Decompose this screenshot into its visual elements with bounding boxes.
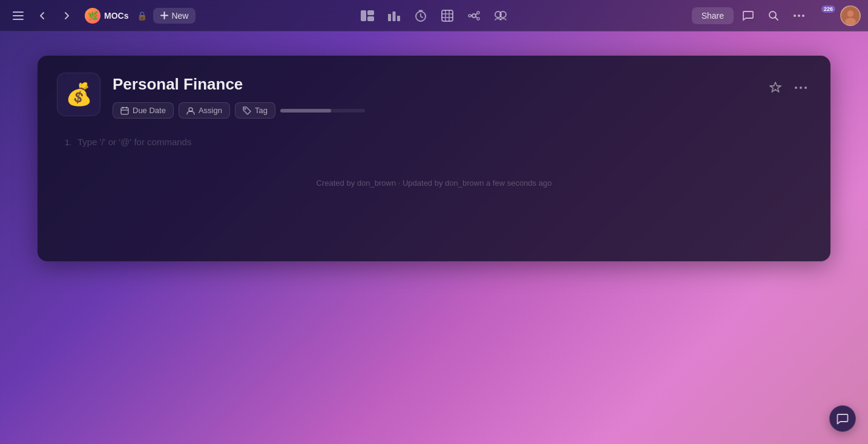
editor-placeholder: Type '/' or '@' for commands xyxy=(77,137,191,147)
navbar: 🌿 MOCs 🔒 New xyxy=(0,0,868,31)
workspace-emoji: 🌿 xyxy=(88,11,98,21)
svg-point-21 xyxy=(794,15,796,17)
svg-line-16 xyxy=(476,13,477,15)
svg-point-14 xyxy=(477,18,479,20)
layout-tool-button[interactable] xyxy=(356,4,379,27)
doc-footer-text: Created by don_brown · Updated by don_br… xyxy=(317,178,552,188)
svg-point-25 xyxy=(847,10,854,17)
svg-point-13 xyxy=(477,11,479,14)
svg-rect-6 xyxy=(388,14,391,21)
notification-badge: 226 xyxy=(821,5,835,13)
doc-header-right xyxy=(765,73,811,98)
svg-rect-10 xyxy=(442,10,453,21)
workspace-selector[interactable]: 🌿 MOCs xyxy=(80,5,133,26)
svg-rect-8 xyxy=(397,16,400,21)
lock-icon: 🔒 xyxy=(137,11,147,21)
svg-rect-7 xyxy=(393,11,396,21)
back-button[interactable] xyxy=(31,5,53,27)
svg-point-12 xyxy=(469,15,471,17)
svg-point-22 xyxy=(798,15,800,17)
svg-point-30 xyxy=(795,87,797,89)
share-network-tool-button[interactable] xyxy=(462,4,485,27)
editor-line-1: 1. Type '/' or '@' for commands xyxy=(57,137,811,147)
svg-point-11 xyxy=(472,14,476,18)
doc-icon: 💰 xyxy=(57,73,100,116)
doc-header: 💰 Personal Finance Due Date xyxy=(57,73,811,119)
timer-tool-button[interactable] xyxy=(409,4,432,27)
svg-rect-3 xyxy=(361,10,366,21)
due-date-label: Due Date xyxy=(133,106,166,115)
main-content: 💰 Personal Finance Due Date xyxy=(0,31,868,444)
tag-label: Tag xyxy=(255,106,268,115)
notifications-button[interactable]: 226 xyxy=(814,4,837,27)
new-button-label: New xyxy=(171,11,188,21)
svg-point-32 xyxy=(804,87,807,89)
tag-button[interactable]: Tag xyxy=(235,102,275,119)
workspace-name: MOCs xyxy=(104,11,128,21)
table-tool-button[interactable] xyxy=(436,4,459,27)
doc-actions: Due Date Assign Tag xyxy=(113,102,753,119)
svg-rect-4 xyxy=(367,10,374,15)
due-date-button[interactable]: Due Date xyxy=(113,102,174,119)
doc-title: Personal Finance xyxy=(113,75,753,94)
assign-label: Assign xyxy=(199,106,222,115)
sidebar-toggle-button[interactable] xyxy=(7,5,29,27)
svg-rect-27 xyxy=(121,108,128,114)
chart-tool-button[interactable] xyxy=(383,4,406,27)
search-button[interactable] xyxy=(763,5,784,27)
chat-bubble-button[interactable] xyxy=(829,405,856,432)
svg-rect-0 xyxy=(13,11,24,13)
new-button[interactable]: New xyxy=(153,8,196,24)
assign-button[interactable]: Assign xyxy=(179,102,230,119)
svg-rect-5 xyxy=(367,16,374,21)
doc-more-button[interactable] xyxy=(791,77,811,98)
group-tool-button[interactable] xyxy=(489,4,512,27)
svg-line-17 xyxy=(476,16,477,18)
svg-point-23 xyxy=(802,15,804,17)
document-card: 💰 Personal Finance Due Date xyxy=(38,56,830,261)
comment-button[interactable] xyxy=(737,5,759,27)
progress-bar xyxy=(280,109,365,113)
user-avatar[interactable] xyxy=(840,5,861,26)
forward-button[interactable] xyxy=(56,5,77,27)
line-number: 1. xyxy=(57,138,71,147)
workspace-avatar: 🌿 xyxy=(85,8,100,24)
svg-point-28 xyxy=(189,108,192,111)
doc-title-area: Personal Finance Due Date xyxy=(113,73,753,119)
nav-right: Share 226 xyxy=(515,4,861,27)
nav-center xyxy=(356,4,512,27)
svg-rect-2 xyxy=(13,19,24,20)
doc-editor[interactable]: 1. Type '/' or '@' for commands xyxy=(57,129,811,154)
more-options-button[interactable] xyxy=(788,5,810,27)
progress-bar-fill xyxy=(280,109,331,113)
svg-point-29 xyxy=(244,108,246,109)
svg-point-26 xyxy=(845,18,856,25)
share-button[interactable]: Share xyxy=(692,7,734,24)
svg-point-31 xyxy=(800,87,802,89)
nav-left: 🌿 MOCs 🔒 New xyxy=(7,5,353,27)
doc-footer: Created by don_brown · Updated by don_br… xyxy=(57,178,811,188)
star-button[interactable] xyxy=(765,77,786,98)
svg-rect-1 xyxy=(13,15,24,16)
